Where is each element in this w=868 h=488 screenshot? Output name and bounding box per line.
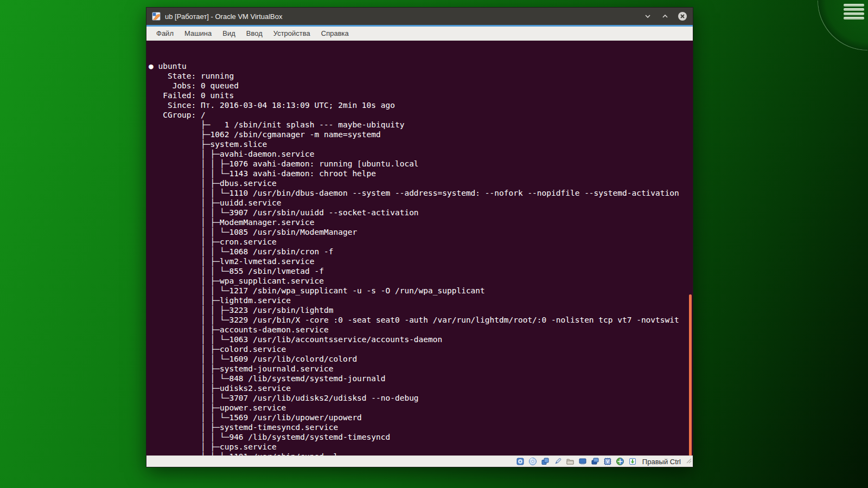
optical-drives-icon[interactable] — [528, 457, 537, 466]
terminal-line: │ ├─uuidd.service — [149, 198, 693, 208]
terminal-line: │ ├─systemd-timesyncd.service — [149, 422, 693, 432]
terminal-output: ● ubuntu State: running Jobs: 0 queued F… — [149, 61, 693, 455]
terminal-line: │ ├─cron.service — [149, 237, 693, 247]
terminal-line: │ ├─systemd-journald.service — [149, 364, 693, 374]
terminal-line: │ │ └─1068 /usr/sbin/cron -f — [149, 247, 693, 256]
menu-file[interactable]: Файл — [151, 28, 179, 39]
menu-input[interactable]: Ввод — [241, 28, 268, 39]
svg-text:V: V — [606, 459, 609, 464]
terminal-line: Jobs: 0 queued — [149, 81, 693, 91]
terminal-line: │ │ └─946 /lib/systemd/systemd-timesyncd — [149, 432, 693, 442]
terminal-line: CGroup: / — [149, 110, 693, 120]
terminal-line: │ ├─wpa_supplicant.service — [149, 276, 693, 286]
menu-view[interactable]: Вид — [217, 28, 241, 39]
vm-terminal-screen[interactable]: ● ubuntu State: running Jobs: 0 queued F… — [146, 41, 693, 455]
terminal-line: │ │ └─1143 avahi-daemon: chroot helpe — [149, 169, 693, 178]
terminal-line: │ │ └─1217 /sbin/wpa_supplicant -u -s -O… — [149, 286, 693, 296]
terminal-line: │ │ └─1569 /usr/lib/upower/upowerd — [149, 413, 693, 422]
terminal-line: │ ├─upower.service — [149, 403, 693, 413]
features-chip-icon[interactable]: V — [603, 457, 612, 466]
terminal-line: │ │ ├─1076 avahi-daemon: running [ubuntu… — [149, 159, 693, 169]
window-title: ub [Работает] - Oracle VM VirtualBox — [165, 12, 283, 21]
terminal-line: ├─1062 /sbin/cgmanager -m name=systemd — [149, 130, 693, 139]
terminal-line: │ │ ├─3223 /usr/sbin/lightdm — [149, 305, 693, 315]
virtualbox-window: ub [Работает] - Oracle VM VirtualBox Фай… — [146, 8, 693, 467]
resize-grip[interactable] — [685, 456, 692, 466]
terminal-line: │ ├─lvm2-lvmetad.service — [149, 256, 693, 266]
host-key-label: Правый Ctrl — [642, 458, 681, 466]
terminal-line: │ │ └─1063 /usr/lib/accountsservice/acco… — [149, 335, 693, 344]
menu-machine[interactable]: Машина — [179, 28, 217, 39]
terminal-scrollbar[interactable] — [689, 294, 692, 455]
terminal-line: │ │ └─1085 /usr/sbin/ModemManager — [149, 227, 693, 237]
terminal-line: │ │ └─3907 /usr/sbin/uuidd --socket-acti… — [149, 208, 693, 217]
terminal-line: │ ├─avahi-daemon.service — [149, 149, 693, 159]
terminal-line: ├─ 1 /sbin/init splash --- maybe-ubiquit… — [149, 120, 693, 130]
menu-help[interactable]: Справка — [316, 28, 354, 39]
terminal-line: Since: Пт. 2016-03-04 18:13:09 UTC; 2min… — [149, 100, 693, 110]
terminal-line: ● ubuntu — [149, 61, 693, 71]
minimize-button[interactable] — [643, 11, 653, 21]
close-button[interactable] — [678, 11, 687, 21]
statusbar: V Правый Ctrl — [146, 455, 693, 467]
host-key-icon[interactable] — [628, 457, 637, 466]
terminal-line: │ │ └─1609 /usr/lib/colord/colord — [149, 354, 693, 364]
terminal-line: Failed: 0 units — [149, 91, 693, 100]
terminal-line: │ ├─accounts-daemon.service — [149, 325, 693, 335]
desktop-corner-widget[interactable] — [818, 0, 868, 50]
terminal-line: │ │ └─3229 /usr/bin/X -core :0 -seat sea… — [149, 315, 693, 325]
titlebar[interactable]: ub [Работает] - Oracle VM VirtualBox — [146, 8, 693, 25]
shared-folders-icon[interactable] — [566, 457, 575, 466]
network-icon[interactable] — [541, 457, 550, 466]
usb-icon[interactable] — [553, 457, 562, 466]
menubar: Файл Машина Вид Ввод Устройства Справка — [146, 27, 693, 41]
terminal-line: │ ├─lightdm.service — [149, 296, 693, 305]
menu-devices[interactable]: Устройства — [268, 28, 316, 39]
maximize-button[interactable] — [660, 11, 670, 21]
virtualbox-logo-icon — [152, 12, 161, 21]
hard-disks-icon[interactable] — [516, 457, 525, 466]
terminal-line: ├─system.slice — [149, 139, 693, 149]
video-capture-icon[interactable] — [591, 457, 599, 466]
mouse-integration-icon[interactable] — [616, 457, 624, 466]
display-icon[interactable] — [578, 457, 587, 466]
stacked-bars-icon — [844, 4, 864, 20]
terminal-line: │ │ └─848 /lib/systemd/systemd-journald — [149, 374, 693, 383]
terminal-line: │ ├─ModemManager.service — [149, 217, 693, 227]
terminal-line: │ ├─dbus.service — [149, 178, 693, 188]
terminal-line: │ ├─colord.service — [149, 344, 693, 354]
terminal-line: State: running — [149, 71, 693, 81]
terminal-line: │ ├─cups.service — [149, 442, 693, 452]
terminal-line: │ │ └─1110 /usr/bin/dbus-daemon --system… — [149, 188, 693, 198]
terminal-line: │ │ └─1101 /usr/sbin/cupsd -l — [149, 452, 693, 455]
terminal-line: │ ├─udisks2.service — [149, 383, 693, 393]
terminal-line: │ │ └─855 /sbin/lvmetad -f — [149, 266, 693, 276]
terminal-line: │ │ └─3707 /usr/lib/udisks2/udisksd --no… — [149, 393, 693, 403]
